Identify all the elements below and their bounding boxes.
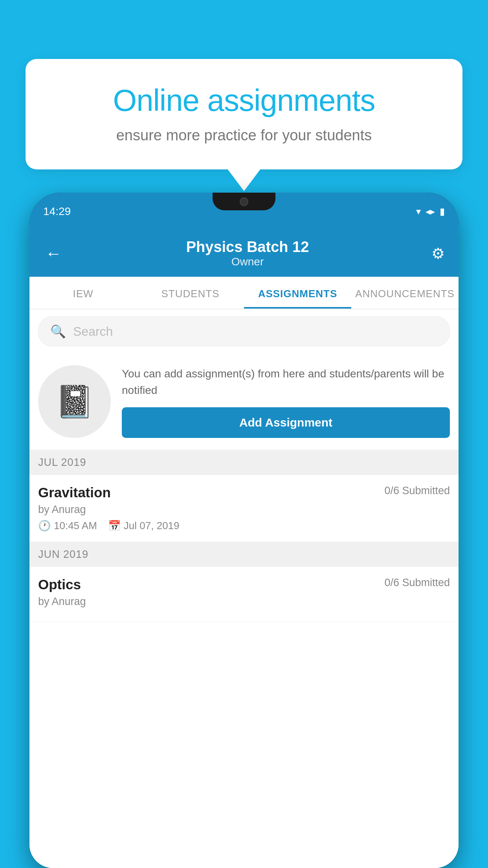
search-icon: 🔍: [50, 324, 66, 339]
clock-icon: 🕐: [38, 520, 51, 532]
bubble-title: Online assignments: [53, 83, 435, 118]
camera: [240, 197, 248, 206]
settings-button[interactable]: ⚙: [431, 245, 445, 262]
gravitation-author: by Anurag: [38, 504, 450, 516]
speech-bubble-container: Online assignments ensure more practice …: [26, 59, 462, 169]
gravitation-title: Gravitation: [38, 485, 111, 500]
search-placeholder: Search: [73, 324, 113, 339]
status-icons: ▾ ◂▸ ▮: [416, 206, 445, 217]
promo-content: You can add assignment(s) from here and …: [122, 366, 450, 438]
section-jul-2019: JUL 2019: [29, 450, 459, 475]
add-assignment-button[interactable]: Add Assignment: [122, 407, 450, 438]
gravitation-meta: 🕐 10:45 AM 📅 Jul 07, 2019: [38, 520, 450, 532]
optics-author: by Anurag: [38, 596, 450, 608]
phone-inner: ← Physics Batch 12 Owner ⚙ IEW STUDENTS …: [29, 230, 459, 868]
section-jun-2019: JUN 2019: [29, 542, 459, 567]
gravitation-time: 🕐 10:45 AM: [38, 520, 97, 532]
status-time: 14:29: [43, 205, 71, 218]
tab-assignments[interactable]: ASSIGNMENTS: [244, 277, 351, 309]
back-button[interactable]: ←: [43, 242, 64, 265]
promo-section: 📓 You can add assignment(s) from here an…: [29, 353, 459, 450]
gravitation-submitted: 0/6 Submitted: [384, 485, 450, 497]
bubble-subtitle: ensure more practice for your students: [53, 127, 435, 144]
search-bar[interactable]: 🔍 Search: [38, 316, 450, 346]
assignment-gravitation[interactable]: Gravitation 0/6 Submitted by Anurag 🕐 10…: [29, 475, 459, 542]
tabs-bar: IEW STUDENTS ASSIGNMENTS ANNOUNCEMENTS: [29, 277, 459, 309]
gravitation-date: 📅 Jul 07, 2019: [108, 520, 180, 532]
notebook-icon: 📓: [55, 383, 94, 420]
search-container: 🔍 Search: [29, 309, 459, 353]
app-header: ← Physics Batch 12 Owner ⚙: [29, 230, 459, 277]
optics-submitted: 0/6 Submitted: [384, 577, 450, 589]
calendar-icon: 📅: [108, 520, 121, 532]
assignment-optics[interactable]: Optics 0/6 Submitted by Anurag: [29, 567, 459, 622]
status-bar: 14:29 ▾ ◂▸ ▮: [29, 193, 459, 230]
phone-screen: 🔍 Search 📓 You can add assignment(s) fro…: [29, 309, 459, 868]
assignment-optics-header: Optics 0/6 Submitted: [38, 577, 450, 592]
notch: [213, 193, 275, 210]
battery-icon: ▮: [440, 206, 445, 217]
tab-students[interactable]: STUDENTS: [137, 277, 244, 309]
header-subtitle: Owner: [64, 256, 431, 268]
header-title-group: Physics Batch 12 Owner: [64, 239, 431, 268]
promo-icon-circle: 📓: [38, 365, 111, 438]
assignment-gravitation-header: Gravitation 0/6 Submitted: [38, 485, 450, 500]
wifi-icon: ▾: [416, 206, 421, 217]
header-title: Physics Batch 12: [64, 239, 431, 256]
signal-icon: ◂▸: [426, 206, 435, 217]
speech-bubble: Online assignments ensure more practice …: [26, 59, 462, 169]
tab-announcements[interactable]: ANNOUNCEMENTS: [351, 277, 459, 309]
tab-iew[interactable]: IEW: [29, 277, 137, 309]
phone-frame: 14:29 ▾ ◂▸ ▮ ← Physics Batch 12 Owner ⚙ …: [29, 193, 459, 868]
optics-title: Optics: [38, 577, 81, 592]
promo-description: You can add assignment(s) from here and …: [122, 366, 450, 399]
